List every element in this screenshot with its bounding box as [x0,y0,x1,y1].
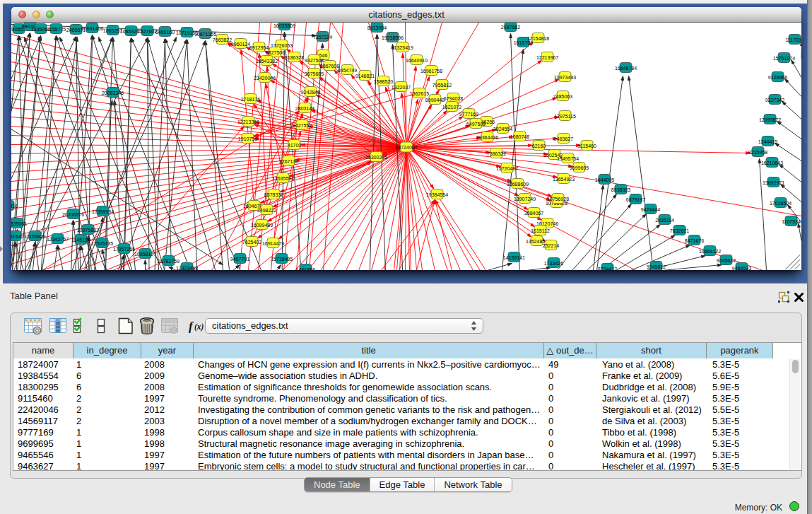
svg-text:7357224: 7357224 [313,34,332,39]
svg-text:2803144: 2803144 [295,105,314,110]
svg-text:2935114: 2935114 [655,217,674,222]
svg-text:6466160: 6466160 [155,29,175,34]
svg-text:10973493: 10973493 [554,74,576,79]
svg-text:11156829: 11156829 [24,233,45,238]
svg-text:19384554: 19384554 [426,192,448,197]
svg-text:3675685: 3675685 [305,71,324,76]
svg-text:20206576: 20206576 [62,211,84,216]
svg-text:7625402: 7625402 [242,239,261,244]
svg-text:11325419: 11325419 [392,45,413,49]
svg-text:10756928: 10756928 [547,196,569,201]
svg-text:9242848: 9242848 [301,89,320,94]
svg-text:16033809: 16033809 [273,23,295,28]
svg-text:1350816: 1350816 [11,203,18,208]
svg-text:20364436: 20364436 [476,134,498,139]
svg-text:16648784: 16648784 [615,65,637,70]
svg-text:12505135: 12505135 [91,240,113,245]
svg-text:3498222: 3498222 [257,207,276,212]
svg-text:9960124: 9960124 [231,41,250,46]
svg-text:9155775: 9155775 [47,26,66,31]
svg-text:12323468: 12323468 [176,265,198,270]
svg-text:13654923: 13654923 [553,176,575,181]
svg-text:16961758: 16961758 [420,68,442,73]
svg-text:9463627: 9463627 [554,136,573,141]
svg-text:2087682: 2087682 [501,24,520,29]
svg-text:f: f [189,320,194,333]
svg-text:1080748: 1080748 [510,134,529,139]
svg-text:3684067: 3684067 [524,210,543,215]
svg-text:6497508: 6497508 [466,121,486,126]
svg-text:12213369: 12213369 [237,119,259,124]
svg-text:(x): (x) [194,322,204,332]
svg-text:2867608: 2867608 [320,63,339,68]
svg-text:17359934: 17359934 [92,209,114,214]
svg-text:16543382: 16543382 [256,58,278,63]
svg-text:10688609: 10688609 [507,181,529,186]
svg-text:19218596: 19218596 [382,35,404,40]
svg-text:12342757: 12342757 [47,236,69,241]
svg-text:1244415: 1244415 [758,139,777,144]
svg-text:8578332: 8578332 [264,192,283,197]
svg-text:1588520: 1588520 [374,78,393,83]
svg-text:8454749: 8454749 [338,67,357,72]
svg-text:9115460: 9115460 [577,143,596,148]
svg-text:15720407: 15720407 [496,165,518,170]
svg-text:13535594: 13535594 [272,175,294,180]
svg-text:12213967: 12213967 [536,54,558,59]
svg-text:9227342: 9227342 [765,97,784,102]
svg-text:7955812: 7955812 [433,82,452,87]
svg-text:1910756: 1910756 [238,136,257,141]
svg-text:1335061: 1335061 [11,221,27,226]
svg-text:16640910: 16640910 [406,57,428,62]
svg-text:9245612: 9245612 [647,264,666,269]
svg-text:8186328: 8186328 [285,54,304,59]
svg-text:12093872: 12093872 [759,117,781,122]
svg-text:8215958: 8215958 [748,149,767,154]
svg-text:1621072: 1621072 [442,104,461,109]
svg-text:13495754: 13495754 [557,156,579,160]
svg-text:9129966: 9129966 [768,74,787,79]
svg-text:18907249: 18907249 [514,196,536,201]
svg-text:16210643: 16210643 [761,160,783,165]
svg-text:1615112: 1615112 [531,228,550,233]
svg-text:13692971: 13692971 [763,180,784,185]
svg-text:9474444: 9474444 [641,206,660,211]
svg-text:18724007: 18724007 [395,145,417,150]
svg-text:7386322: 7386322 [487,151,506,156]
svg-text:9245612: 9245612 [717,257,736,262]
svg-text:8990448: 8990448 [425,97,445,102]
svg-text:10671355: 10671355 [194,31,216,36]
svg-text:9327508: 9327508 [305,57,324,62]
svg-text:15751074: 15751074 [773,55,795,60]
svg-text:41700: 41700 [288,142,302,147]
svg-text:1733426: 1733426 [544,260,563,265]
svg-text:3824554: 3824554 [493,126,512,131]
svg-text:10958107: 10958107 [134,251,156,256]
svg-text:8813054: 8813054 [367,25,387,30]
svg-text:17957255: 17957255 [113,246,135,251]
svg-text:1145194: 1145194 [71,237,90,242]
svg-text:20691406: 20691406 [81,25,103,30]
svg-text:1167534: 1167534 [782,218,801,223]
svg-text:16099489: 16099489 [251,222,273,227]
svg-text:9827506: 9827506 [266,49,285,54]
svg-text:14136141: 14136141 [503,255,525,259]
svg-text:252214: 252214 [543,243,559,247]
svg-text:1362615: 1362615 [410,90,429,95]
svg-text:8704412: 8704412 [598,266,617,270]
svg-text:7663822: 7663822 [213,37,232,42]
svg-text:8471676: 8471676 [685,238,704,243]
svg-text:20053346: 20053346 [102,90,124,95]
svg-text:1615753: 1615753 [514,40,533,45]
svg-text:7632621: 7632621 [670,228,689,233]
svg-text:9146821: 9146821 [355,73,375,78]
svg-text:10975887: 10975887 [77,227,99,232]
svg-text:16914479: 16914479 [262,240,284,245]
svg-text:12975115: 12975115 [554,113,576,118]
svg-text:9457791: 9457791 [230,256,249,261]
svg-text:9699695: 9699695 [570,165,589,170]
svg-text:1644095: 1644095 [595,177,614,182]
svg-text:15300295: 15300295 [365,154,387,159]
svg-text:6879197: 6879197 [626,197,645,201]
svg-text:12154818: 12154818 [527,35,549,40]
